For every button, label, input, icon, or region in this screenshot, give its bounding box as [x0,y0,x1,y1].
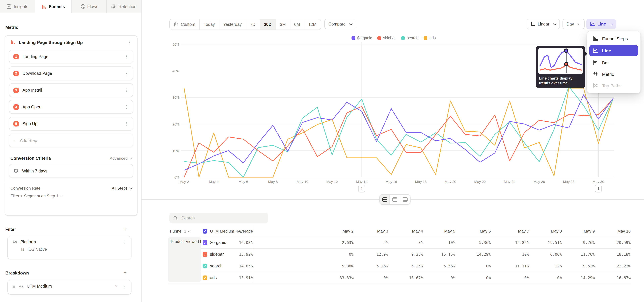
y-axis-tick: 40% [169,69,180,73]
range-7d[interactable]: 7D [246,19,260,30]
funnel-title: Landing Page through Sign Up [19,40,124,45]
add-step-button[interactable]: + Add Step [9,134,133,147]
metric-icon [593,72,598,77]
y-axis-tick: 0% [169,175,180,179]
checkbox[interactable]: ✓ [202,240,207,245]
funnel-cell[interactable]: Product Viewed through P... [168,236,200,282]
series-cell[interactable]: ✓sidebar [202,252,240,257]
layout-split-top[interactable] [390,194,400,205]
funnel-step-3[interactable]: 3 App Install ⋮ [9,83,133,97]
series-cell[interactable]: ✓search [202,264,240,268]
conversion-criteria-heading: Conversion Criteria [10,156,51,161]
filter-property-row[interactable]: Aa Platform ⋮ [8,236,131,245]
menu-item-top-paths: Top Paths [589,80,638,90]
range-30d[interactable]: 30D [260,19,276,30]
checkbox[interactable]: ✓ [202,276,207,280]
tab-label: Retention [118,4,136,9]
range-custom[interactable]: Custom [170,19,200,30]
checkbox[interactable]: ✓ [202,229,207,234]
clock-icon [14,168,18,174]
kebab-menu-icon[interactable]: ⋮ [127,40,132,45]
breakdown-property: UTM Medium [27,284,111,288]
date-value: 33.33% [253,276,354,280]
range-yesterday[interactable]: Yesterday [219,19,246,30]
funnel-step-1[interactable]: 1 Landing Page ⋮ [9,50,133,64]
funnel-step-4[interactable]: 4 App Open ⋮ [9,100,133,114]
kebab-menu-icon[interactable]: ⋮ [124,122,130,126]
series-label: $organic [210,240,226,245]
filter-segment-dropdown[interactable]: Filter + Segment on Step 1 [5,190,137,201]
funnel-title-row[interactable]: Landing Page through Sign Up ⋮ [5,36,137,48]
range-12m[interactable]: 12M [304,19,321,30]
date-value: 2.63% [253,240,354,245]
menu-item-label: Metric [602,72,614,77]
conversion-rate-dropdown[interactable]: All Steps [112,186,132,190]
date-value: 14.29% [455,252,491,257]
date-value: 8% [388,240,423,245]
menu-item-bar[interactable]: Bar [589,58,638,68]
add-filter-button[interactable]: + [122,226,128,232]
menu-item-funnel-steps[interactable]: Funnel Steps [589,34,638,44]
chart-type-button[interactable]: Line [586,19,616,29]
compare-button[interactable]: Compare [324,19,356,29]
remove-breakdown-icon[interactable]: ✕ [115,284,118,288]
kebab-menu-icon[interactable]: ⋮ [124,71,130,76]
range-today[interactable]: Today [200,19,219,30]
breakdown-property-row[interactable]: ☰ Aa UTM Medium ✕ ⋮ [8,280,131,289]
legend-item-ads[interactable]: ads [424,36,436,40]
layout-split-mid[interactable] [379,194,390,205]
drag-handle-icon[interactable]: ☰ [12,284,16,288]
add-breakdown-button[interactable]: + [122,270,128,276]
menu-item-line[interactable]: Line [589,45,638,56]
chevron-down-icon [350,22,352,25]
tab-retention[interactable]: Retention [107,0,141,14]
legend-item-organic[interactable]: $organic [352,36,372,40]
funnel-step-2[interactable]: 2 Download Page ⋮ [9,66,133,80]
advanced-dropdown[interactable]: Advanced [110,156,132,160]
checkbox[interactable]: ✓ [202,252,207,257]
funnel-step-5[interactable]: 5 Sign Up ⋮ [9,117,133,130]
date-column-header: May 8 [529,229,562,234]
calendar-icon [174,22,178,27]
date-value: 10% [491,252,529,257]
tab-insights[interactable]: Insights [0,0,35,14]
date-value: 9.38% [388,252,423,257]
conversion-window[interactable]: Within 7 days [9,164,133,178]
kebab-menu-icon[interactable]: ⋮ [124,88,130,92]
legend-item-search[interactable]: search [401,36,418,40]
table-row-sidebar: ✓sidebar15.92%0%12.9%9.38%15.15%14.29%10… [168,249,631,260]
kebab-menu-icon[interactable]: ⋮ [124,54,130,59]
kebab-menu-icon[interactable]: ⋮ [124,105,130,109]
series-cell[interactable]: ✓ads [202,276,240,280]
range-6m[interactable]: 6M [290,19,304,30]
tab-label: Insights [14,4,28,9]
search-input[interactable] [181,215,265,221]
table-row-ads: ✓ads13.91%33.33%0%16.67%0%0%0%0%14.29%16… [168,272,631,284]
menu-item-metric[interactable]: Metric [589,69,638,79]
tab-funnels[interactable]: Funnels [35,0,72,14]
series-cell[interactable]: ✓$organic [202,240,240,245]
annotation-badge[interactable]: 1 [595,185,602,192]
utm-medium-column-header[interactable]: ✓UTM Medium4 [202,229,240,234]
compare-label: Compare [328,22,346,26]
checkbox[interactable]: ✓ [202,264,207,268]
funnel-column-header[interactable]: Funnel1 [168,229,202,234]
layout-split-bottom[interactable] [400,194,410,205]
date-value: 18.18% [595,252,630,257]
range-3m[interactable]: 3M [276,19,290,30]
chevron-down-icon [578,22,581,25]
filter-condition[interactable]: Is iOS Native [8,245,131,255]
date-value: 12.9% [354,252,388,257]
kebab-menu-icon[interactable]: ⋮ [122,240,127,244]
x-axis-tick: May 28 [559,180,579,184]
y-axis-tick: 50% [169,42,180,46]
tab-flows[interactable]: Flows [72,0,107,14]
annotation-badge[interactable]: 1 [358,185,365,192]
legend-label: $organic [357,36,372,40]
kebab-menu-icon[interactable]: ⋮ [122,284,127,288]
legend-item-sidebar[interactable]: sidebar [377,36,396,40]
x-axis-tick: May 6 [233,180,254,184]
conversion-rate-value: All Steps [112,186,128,190]
scale-button[interactable]: Linear [526,19,560,29]
interval-button[interactable]: Day [562,19,584,29]
